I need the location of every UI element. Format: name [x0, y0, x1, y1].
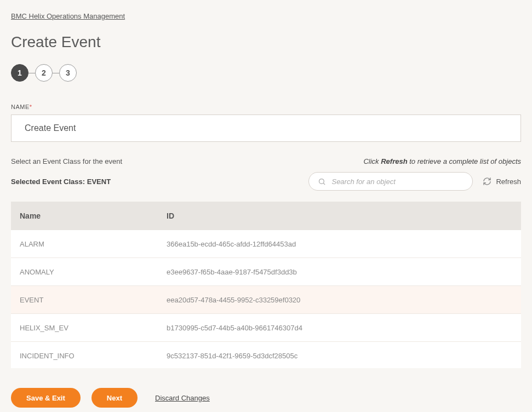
step-1[interactable]: 1: [11, 64, 28, 82]
step-3[interactable]: 3: [59, 64, 77, 82]
cell-id: 366ea15b-ecdd-465c-afdd-12ffd64453ad: [164, 240, 521, 248]
refresh-button[interactable]: Refresh: [483, 177, 521, 186]
footer: Save & Exit Next Discard Changes: [11, 388, 521, 408]
name-field-label: NAME*: [11, 104, 521, 110]
cell-id: e3ee9637-f65b-4aae-9187-f5475df3dd3b: [164, 268, 521, 276]
table-row[interactable]: ANOMALYe3ee9637-f65b-4aae-9187-f5475df3d…: [11, 258, 521, 286]
table-body[interactable]: ALARM366ea15b-ecdd-465c-afdd-12ffd64453a…: [11, 230, 521, 368]
discard-changes-link[interactable]: Discard Changes: [155, 394, 210, 402]
page-title: Create Event: [11, 33, 521, 51]
save-exit-button[interactable]: Save & Exit: [11, 388, 81, 408]
cell-name: HELIX_SM_EV: [11, 324, 164, 332]
breadcrumb[interactable]: BMC Helix Operations Management: [11, 12, 125, 20]
header-id: ID: [164, 211, 521, 220]
next-button[interactable]: Next: [91, 388, 138, 408]
svg-line-1: [324, 183, 325, 185]
refresh-icon: [483, 177, 491, 186]
cell-name: EVENT: [11, 296, 164, 304]
step-2[interactable]: 2: [35, 64, 53, 82]
cell-name: ANOMALY: [11, 268, 164, 276]
step-connector: [53, 73, 59, 73]
refresh-hint: Click Refresh to retrieve a complete lis…: [363, 157, 521, 165]
cell-id: eea20d57-478a-4455-9952-c33259ef0320: [164, 296, 521, 304]
table-row[interactable]: ALARM366ea15b-ecdd-465c-afdd-12ffd64453a…: [11, 230, 521, 258]
search-input[interactable]: [331, 178, 464, 186]
stepper: 1 2 3: [11, 64, 521, 82]
table-row[interactable]: EVENTeea20d57-478a-4455-9952-c33259ef032…: [11, 286, 521, 314]
instruction-text: Select an Event Class for the event: [11, 157, 122, 165]
event-class-table: Name ID ALARM366ea15b-ecdd-465c-afdd-12f…: [11, 202, 521, 368]
refresh-label: Refresh: [496, 178, 521, 186]
cell-id: b1730995-c5d7-44b5-a40b-9661746307d4: [164, 324, 521, 332]
search-box[interactable]: [308, 172, 473, 191]
step-connector: [28, 73, 35, 73]
cell-id: 9c532137-851d-42f1-9659-5d3dcf28505c: [164, 352, 521, 360]
header-name: Name: [11, 211, 164, 220]
name-input[interactable]: [11, 115, 521, 142]
selected-event-class: Selected Event Class: EVENT: [11, 178, 111, 186]
table-row[interactable]: INCIDENT_INFO9c532137-851d-42f1-9659-5d3…: [11, 342, 521, 368]
table-header: Name ID: [11, 202, 521, 230]
search-icon: [318, 178, 326, 186]
cell-name: ALARM: [11, 240, 164, 248]
table-row[interactable]: HELIX_SM_EVb1730995-c5d7-44b5-a40b-96617…: [11, 314, 521, 342]
cell-name: INCIDENT_INFO: [11, 352, 164, 360]
svg-point-0: [319, 179, 324, 184]
